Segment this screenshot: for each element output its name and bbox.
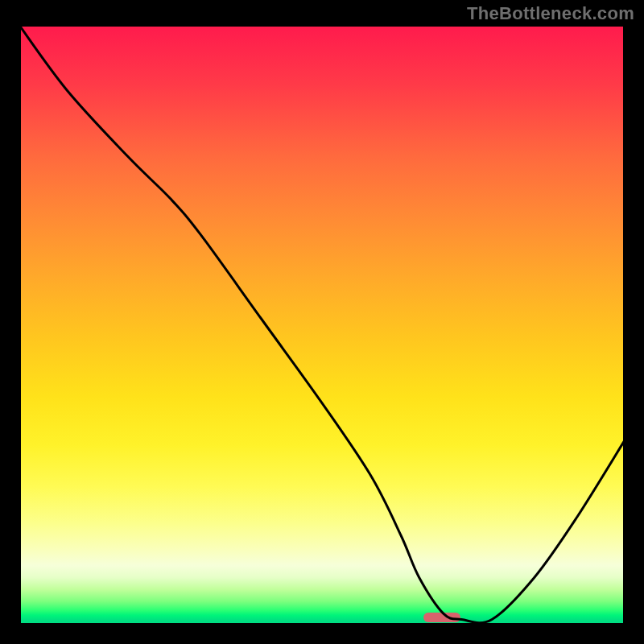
plot-area xyxy=(19,24,625,625)
bottleneck-curve xyxy=(19,24,625,625)
watermark-label: TheBottleneck.com xyxy=(467,3,634,24)
chart-container: TheBottleneck.com xyxy=(0,0,644,644)
